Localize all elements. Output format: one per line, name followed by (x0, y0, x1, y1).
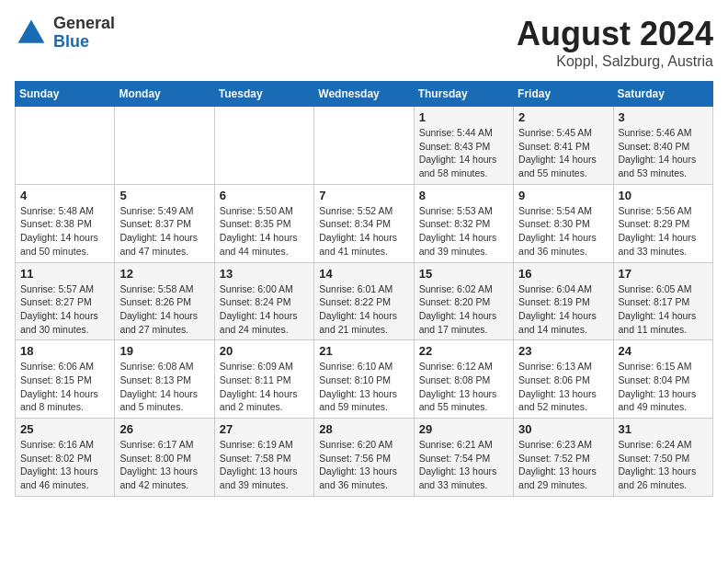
day-number: 23 (518, 344, 608, 358)
weekday-wednesday: Wednesday (314, 82, 414, 107)
day-info: Sunrise: 6:10 AM Sunset: 8:10 PM Dayligh… (319, 360, 408, 414)
day-info: Sunrise: 6:12 AM Sunset: 8:08 PM Dayligh… (419, 360, 508, 414)
day-cell: 18Sunrise: 6:06 AM Sunset: 8:15 PM Dayli… (16, 340, 115, 419)
day-number: 31 (619, 422, 708, 436)
day-number: 25 (20, 422, 109, 436)
day-cell: 11Sunrise: 5:57 AM Sunset: 8:27 PM Dayli… (16, 262, 115, 340)
day-cell (115, 107, 214, 185)
day-cell: 29Sunrise: 6:21 AM Sunset: 7:54 PM Dayli… (414, 419, 513, 497)
day-info: Sunrise: 6:02 AM Sunset: 8:20 PM Dayligh… (419, 282, 508, 337)
day-number: 29 (419, 422, 508, 436)
day-cell: 2Sunrise: 5:45 AM Sunset: 8:41 PM Daylig… (514, 107, 613, 185)
day-cell: 17Sunrise: 6:05 AM Sunset: 8:17 PM Dayli… (613, 262, 712, 340)
day-number: 6 (220, 189, 309, 202)
day-cell: 28Sunrise: 6:20 AM Sunset: 7:56 PM Dayli… (314, 419, 414, 497)
day-info: Sunrise: 6:15 AM Sunset: 8:04 PM Dayligh… (619, 360, 708, 414)
day-info: Sunrise: 6:04 AM Sunset: 8:19 PM Dayligh… (518, 282, 608, 337)
day-cell: 3Sunrise: 5:46 AM Sunset: 8:40 PM Daylig… (613, 107, 712, 185)
day-number: 5 (119, 189, 209, 202)
weekday-sunday: Sunday (16, 82, 115, 107)
day-info: Sunrise: 5:49 AM Sunset: 8:37 PM Dayligh… (119, 204, 209, 259)
week-row-4: 18Sunrise: 6:06 AM Sunset: 8:15 PM Dayli… (16, 340, 713, 419)
day-info: Sunrise: 5:58 AM Sunset: 8:26 PM Dayligh… (119, 282, 209, 337)
day-info: Sunrise: 6:09 AM Sunset: 8:11 PM Dayligh… (220, 360, 309, 414)
day-info: Sunrise: 6:13 AM Sunset: 8:06 PM Dayligh… (518, 360, 608, 414)
day-info: Sunrise: 6:24 AM Sunset: 7:50 PM Dayligh… (619, 438, 708, 492)
day-info: Sunrise: 5:52 AM Sunset: 8:34 PM Dayligh… (319, 204, 408, 259)
day-number: 13 (220, 267, 309, 281)
day-cell: 21Sunrise: 6:10 AM Sunset: 8:10 PM Dayli… (314, 340, 414, 419)
day-number: 7 (319, 189, 408, 202)
day-number: 9 (518, 189, 608, 202)
day-cell: 16Sunrise: 6:04 AM Sunset: 8:19 PM Dayli… (514, 262, 613, 340)
day-cell: 26Sunrise: 6:17 AM Sunset: 8:00 PM Dayli… (115, 419, 214, 497)
day-info: Sunrise: 6:21 AM Sunset: 7:54 PM Dayligh… (419, 438, 508, 492)
day-number: 18 (20, 344, 109, 358)
day-info: Sunrise: 5:44 AM Sunset: 8:43 PM Dayligh… (419, 126, 508, 180)
day-info: Sunrise: 6:16 AM Sunset: 8:02 PM Dayligh… (20, 438, 109, 492)
day-cell (16, 107, 115, 185)
day-info: Sunrise: 5:57 AM Sunset: 8:27 PM Dayligh… (20, 282, 109, 337)
weekday-thursday: Thursday (414, 82, 513, 107)
day-number: 20 (220, 344, 309, 358)
day-cell: 7Sunrise: 5:52 AM Sunset: 8:34 PM Daylig… (314, 184, 414, 262)
weekday-monday: Monday (115, 82, 214, 107)
day-cell: 9Sunrise: 5:54 AM Sunset: 8:30 PM Daylig… (514, 184, 613, 262)
day-info: Sunrise: 5:56 AM Sunset: 8:29 PM Dayligh… (619, 204, 708, 259)
day-number: 15 (419, 267, 508, 281)
day-cell: 13Sunrise: 6:00 AM Sunset: 8:24 PM Dayli… (214, 262, 313, 340)
day-number: 27 (220, 422, 309, 436)
weekday-header-row: SundayMondayTuesdayWednesdayThursdayFrid… (16, 82, 713, 107)
day-cell: 6Sunrise: 5:50 AM Sunset: 8:35 PM Daylig… (214, 184, 313, 262)
day-info: Sunrise: 6:06 AM Sunset: 8:15 PM Dayligh… (20, 360, 109, 414)
logo-general-text: General (53, 14, 115, 32)
day-info: Sunrise: 6:05 AM Sunset: 8:17 PM Dayligh… (619, 282, 708, 337)
day-number: 22 (419, 344, 508, 358)
day-cell: 8Sunrise: 5:53 AM Sunset: 8:32 PM Daylig… (414, 184, 513, 262)
week-row-5: 25Sunrise: 6:16 AM Sunset: 8:02 PM Dayli… (16, 419, 713, 497)
day-info: Sunrise: 6:01 AM Sunset: 8:22 PM Dayligh… (319, 282, 408, 337)
day-cell: 5Sunrise: 5:49 AM Sunset: 8:37 PM Daylig… (115, 184, 214, 262)
page-header: General Blue August 2024 Koppl, Salzburg… (15, 15, 713, 70)
week-row-2: 4Sunrise: 5:48 AM Sunset: 8:38 PM Daylig… (16, 184, 713, 262)
day-info: Sunrise: 6:00 AM Sunset: 8:24 PM Dayligh… (220, 282, 309, 337)
logo-blue-text: Blue (53, 32, 89, 51)
calendar-table: SundayMondayTuesdayWednesdayThursdayFrid… (15, 81, 713, 497)
day-info: Sunrise: 5:45 AM Sunset: 8:41 PM Dayligh… (518, 126, 608, 180)
day-number: 24 (619, 344, 708, 358)
day-number: 16 (518, 267, 608, 281)
day-cell: 15Sunrise: 6:02 AM Sunset: 8:20 PM Dayli… (414, 262, 513, 340)
day-info: Sunrise: 5:48 AM Sunset: 8:38 PM Dayligh… (20, 204, 109, 259)
day-cell: 19Sunrise: 6:08 AM Sunset: 8:13 PM Dayli… (115, 340, 214, 419)
calendar-title: August 2024 (517, 15, 713, 53)
day-info: Sunrise: 6:23 AM Sunset: 7:52 PM Dayligh… (518, 438, 608, 492)
day-info: Sunrise: 6:17 AM Sunset: 8:00 PM Dayligh… (119, 438, 209, 492)
day-number: 26 (119, 422, 209, 436)
day-number: 8 (419, 189, 508, 202)
calendar-subtitle: Koppl, Salzburg, Austria (517, 53, 713, 70)
day-info: Sunrise: 6:20 AM Sunset: 7:56 PM Dayligh… (319, 438, 408, 492)
day-cell: 14Sunrise: 6:01 AM Sunset: 8:22 PM Dayli… (314, 262, 414, 340)
week-row-3: 11Sunrise: 5:57 AM Sunset: 8:27 PM Dayli… (16, 262, 713, 340)
day-cell: 1Sunrise: 5:44 AM Sunset: 8:43 PM Daylig… (414, 107, 513, 185)
day-cell: 12Sunrise: 5:58 AM Sunset: 8:26 PM Dayli… (115, 262, 214, 340)
day-info: Sunrise: 5:53 AM Sunset: 8:32 PM Dayligh… (419, 204, 508, 259)
day-number: 17 (619, 267, 708, 281)
day-number: 3 (619, 110, 708, 124)
day-cell: 23Sunrise: 6:13 AM Sunset: 8:06 PM Dayli… (514, 340, 613, 419)
day-number: 19 (119, 344, 209, 358)
day-cell (214, 107, 313, 185)
day-number: 11 (20, 267, 109, 281)
day-cell: 31Sunrise: 6:24 AM Sunset: 7:50 PM Dayli… (613, 419, 712, 497)
day-cell: 30Sunrise: 6:23 AM Sunset: 7:52 PM Dayli… (514, 419, 613, 497)
weekday-friday: Friday (514, 82, 613, 107)
logo: General Blue (15, 15, 115, 52)
day-number: 1 (419, 110, 508, 124)
day-cell: 25Sunrise: 6:16 AM Sunset: 8:02 PM Dayli… (16, 419, 115, 497)
day-number: 12 (119, 267, 209, 281)
day-cell: 22Sunrise: 6:12 AM Sunset: 8:08 PM Dayli… (414, 340, 513, 419)
logo-icon (15, 17, 48, 50)
day-info: Sunrise: 6:08 AM Sunset: 8:13 PM Dayligh… (119, 360, 209, 414)
day-info: Sunrise: 5:54 AM Sunset: 8:30 PM Dayligh… (518, 204, 608, 259)
day-number: 28 (319, 422, 408, 436)
